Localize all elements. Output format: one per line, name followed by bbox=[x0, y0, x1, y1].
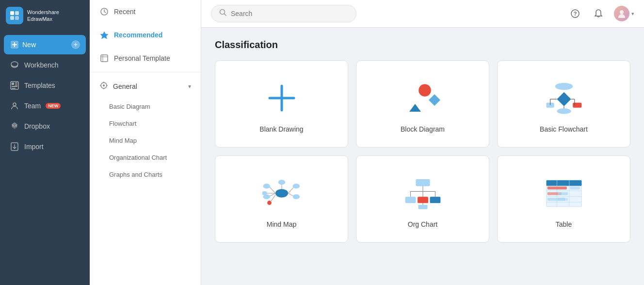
svg-rect-76 bbox=[418, 205, 427, 209]
general-label: General bbox=[113, 83, 137, 90]
app-name-line2: EdrawMax bbox=[27, 16, 59, 22]
org-chart-visual bbox=[403, 174, 442, 213]
svg-point-41 bbox=[555, 83, 572, 90]
sub-item-org-chart[interactable]: Organizational Chart bbox=[90, 149, 201, 166]
sub-item-flowchart[interactable]: Flowchart bbox=[90, 115, 201, 132]
content-area: Classification Blank Drawing bbox=[201, 28, 644, 285]
templates-icon bbox=[10, 81, 19, 90]
app-name-line1: Wondershare bbox=[27, 9, 59, 16]
svg-rect-12 bbox=[12, 86, 17, 87]
svg-rect-2 bbox=[10, 16, 14, 20]
svg-point-61 bbox=[292, 184, 300, 188]
basic-flowchart-card[interactable]: Basic Flowchart bbox=[497, 60, 630, 148]
svg-rect-86 bbox=[558, 192, 567, 195]
new-label: New bbox=[22, 41, 36, 49]
help-button[interactable]: ? bbox=[567, 6, 583, 21]
svg-rect-10 bbox=[15, 83, 17, 84]
svg-rect-22 bbox=[101, 55, 108, 62]
mid-nav-personal-template[interactable]: Personal Template bbox=[90, 47, 201, 70]
notification-button[interactable] bbox=[591, 6, 606, 21]
svg-rect-13 bbox=[12, 88, 16, 89]
personal-template-icon bbox=[99, 53, 109, 63]
new-plus-icon: ＋ bbox=[71, 40, 80, 49]
svg-rect-66 bbox=[416, 179, 430, 186]
sub-item-mind-map[interactable]: Mind Map bbox=[90, 132, 201, 149]
svg-rect-72 bbox=[405, 197, 416, 203]
block-diagram-card[interactable]: Block Diagram bbox=[356, 60, 489, 148]
search-input[interactable] bbox=[231, 10, 348, 17]
svg-point-26 bbox=[103, 84, 105, 86]
templates-label: Templates bbox=[24, 82, 55, 89]
search-box[interactable] bbox=[211, 5, 356, 22]
mid-nav-recommended-label: Recommended bbox=[114, 31, 162, 39]
svg-rect-84 bbox=[547, 186, 566, 189]
block-diagram-label: Block Diagram bbox=[401, 125, 445, 133]
logo-area: Wondershare EdrawMax bbox=[0, 0, 90, 31]
general-chevron-icon: ▾ bbox=[188, 83, 191, 90]
svg-point-14 bbox=[13, 103, 16, 106]
svg-rect-73 bbox=[418, 197, 428, 203]
svg-marker-15 bbox=[12, 123, 17, 126]
mind-map-label: Mind Map bbox=[267, 220, 296, 228]
user-avatar-wrapper[interactable]: ▾ bbox=[614, 6, 634, 21]
svg-point-47 bbox=[557, 108, 571, 114]
mid-divider bbox=[90, 72, 201, 72]
new-button[interactable]: New ＋ bbox=[4, 35, 86, 54]
mid-nav-personal-template-label: Personal Template bbox=[114, 54, 170, 62]
general-header[interactable]: General ▾ bbox=[90, 74, 201, 98]
table-card[interactable]: Table bbox=[497, 155, 630, 243]
org-chart-card[interactable]: Org Chart bbox=[356, 155, 489, 243]
svg-marker-16 bbox=[12, 124, 17, 128]
svg-point-38 bbox=[419, 84, 431, 97]
templates-button[interactable]: Templates bbox=[4, 76, 86, 95]
main-content: ? ▾ Classification bbox=[201, 0, 644, 285]
app-logo-icon bbox=[6, 7, 23, 24]
svg-line-65 bbox=[270, 195, 275, 202]
svg-marker-40 bbox=[409, 104, 421, 112]
mind-map-card[interactable]: Mind Map bbox=[215, 155, 348, 243]
basic-flowchart-label: Basic Flowchart bbox=[540, 125, 588, 133]
workbench-button[interactable]: Workbench bbox=[4, 55, 86, 75]
svg-rect-3 bbox=[15, 16, 19, 20]
team-label: Team bbox=[24, 102, 41, 110]
workbench-icon bbox=[10, 60, 19, 70]
mid-nav-recommended[interactable]: Recommended bbox=[90, 23, 201, 47]
blank-drawing-label: Blank Drawing bbox=[259, 125, 303, 133]
dropbox-button[interactable]: Dropbox bbox=[4, 117, 86, 136]
svg-rect-78 bbox=[546, 180, 581, 186]
blank-drawing-visual bbox=[262, 79, 301, 117]
svg-marker-21 bbox=[100, 32, 108, 39]
svg-point-58 bbox=[263, 184, 270, 188]
svg-rect-44 bbox=[573, 102, 581, 107]
sub-items-list: Basic Diagram Flowchart Mind Map Organiz… bbox=[90, 98, 201, 183]
basic-flowchart-visual bbox=[545, 79, 583, 117]
recommended-icon bbox=[99, 30, 109, 40]
new-icon bbox=[10, 40, 19, 50]
search-icon bbox=[219, 9, 227, 18]
import-label: Import bbox=[24, 143, 44, 151]
dropbox-icon bbox=[10, 121, 19, 131]
mind-map-visual bbox=[262, 174, 301, 213]
mid-sidebar: Recent Recommended Personal Template bbox=[90, 0, 201, 285]
left-nav: New ＋ Workbench bbox=[0, 31, 90, 160]
svg-point-35 bbox=[620, 10, 624, 14]
team-icon bbox=[10, 101, 19, 111]
svg-marker-39 bbox=[429, 94, 440, 106]
svg-point-7 bbox=[11, 62, 18, 67]
svg-point-63 bbox=[278, 180, 285, 184]
svg-text:?: ? bbox=[574, 11, 577, 17]
workbench-label: Workbench bbox=[24, 61, 59, 69]
blank-drawing-card[interactable]: Blank Drawing bbox=[215, 60, 348, 148]
general-section: General ▾ Basic Diagram Flowchart Mind M… bbox=[90, 74, 201, 183]
svg-marker-17 bbox=[12, 125, 17, 129]
svg-rect-0 bbox=[10, 11, 14, 15]
team-button[interactable]: Team NEW bbox=[4, 96, 86, 116]
import-button[interactable]: Import bbox=[4, 137, 86, 156]
svg-rect-89 bbox=[570, 186, 580, 189]
sub-item-basic-diagram[interactable]: Basic Diagram bbox=[90, 98, 201, 115]
svg-rect-9 bbox=[12, 83, 14, 85]
block-diagram-visual bbox=[403, 79, 442, 117]
sub-item-graphs-charts[interactable]: Graphs and Charts bbox=[90, 166, 201, 183]
table-visual bbox=[545, 174, 583, 213]
mid-nav-recent[interactable]: Recent bbox=[90, 0, 201, 23]
